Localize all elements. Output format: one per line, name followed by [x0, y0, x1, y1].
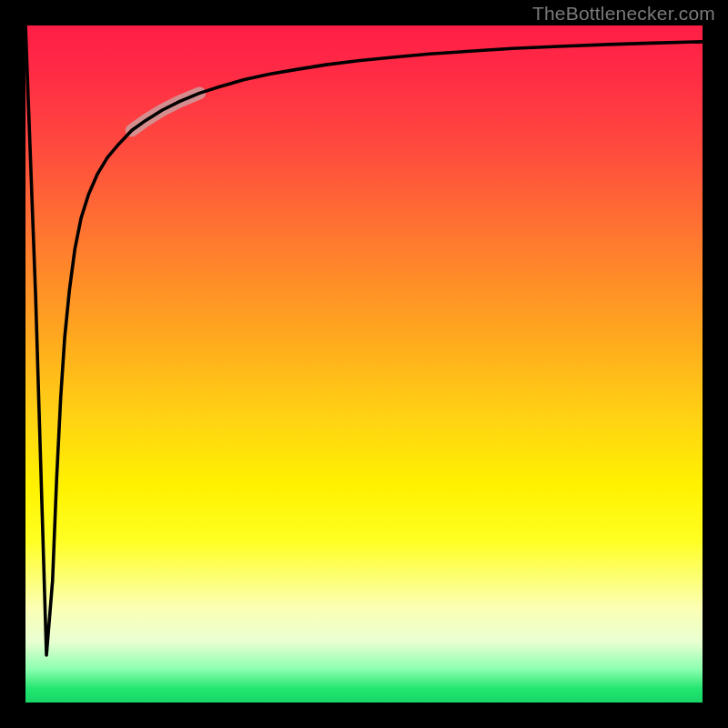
plot-area [25, 25, 703, 703]
bottleneck-curve [25, 25, 703, 655]
watermark-text: TheBottlenecker.com [532, 3, 715, 25]
chart-frame: TheBottlenecker.com [0, 0, 728, 728]
curve-layer [25, 25, 703, 703]
